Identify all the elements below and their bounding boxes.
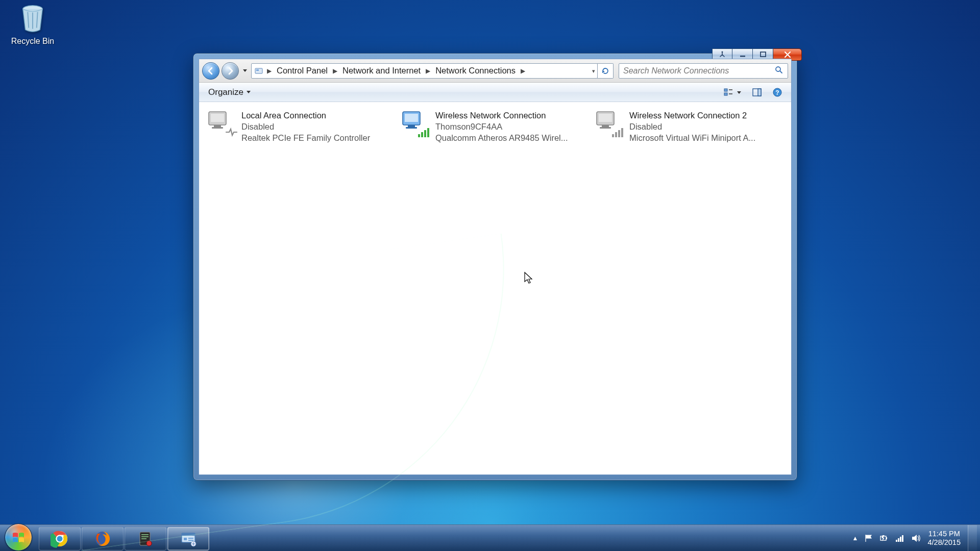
connection-name: Local Area Connection — [241, 110, 370, 121]
svg-rect-8 — [724, 89, 727, 91]
svg-rect-27 — [427, 128, 429, 137]
close-icon — [783, 51, 792, 59]
view-dropdown[interactable] — [737, 89, 745, 95]
help-icon: ? — [772, 87, 782, 97]
svg-rect-29 — [599, 114, 612, 122]
network-adapter-icon — [401, 110, 431, 139]
svg-point-1 — [722, 52, 723, 53]
preview-pane-button[interactable] — [748, 85, 766, 99]
start-button[interactable] — [0, 525, 37, 551]
taskbar-chrome[interactable] — [39, 527, 81, 550]
svg-rect-52 — [886, 537, 887, 539]
connection-adapter: Qualcomm Atheros AR9485 Wirel... — [435, 132, 568, 143]
breadcrumb-separator[interactable]: ▶ — [519, 67, 527, 74]
taskbar-items — [37, 525, 209, 551]
svg-point-38 — [57, 536, 63, 542]
network-adapter-icon — [595, 110, 625, 139]
connection-status: Disabled — [629, 121, 755, 132]
connection-text: Wireless Network Connection Thomson9CF4A… — [435, 110, 568, 143]
toolbar: Organize — [199, 83, 791, 102]
breadcrumb-separator[interactable]: ▶ — [265, 67, 274, 74]
connection-item[interactable]: Wireless Network Connection 2 Disabled M… — [591, 107, 784, 146]
svg-rect-22 — [408, 125, 415, 127]
power-tray-icon[interactable] — [879, 534, 889, 543]
explorer-window: ▶ Control Panel ▶ Network and Internet ▶… — [193, 53, 797, 481]
refresh-button[interactable] — [597, 63, 614, 79]
chrome-icon — [51, 530, 69, 548]
svg-rect-41 — [141, 534, 149, 535]
svg-rect-56 — [902, 535, 903, 542]
svg-rect-47 — [184, 538, 187, 540]
show-desktop-button[interactable] — [968, 525, 977, 552]
connection-text: Wireless Network Connection 2 Disabled M… — [629, 110, 755, 143]
help-button[interactable]: ? — [769, 85, 786, 99]
breadcrumb-network-connections[interactable]: Network Connections — [432, 66, 519, 76]
tray-time-text: 11:45 PM — [927, 530, 961, 538]
svg-rect-9 — [724, 93, 727, 95]
recycle-bin[interactable]: Recycle Bin — [7, 3, 58, 46]
tray-clock[interactable]: 11:45 PM 4/28/2015 — [927, 530, 962, 547]
svg-rect-34 — [618, 130, 620, 137]
svg-rect-32 — [612, 134, 614, 137]
desktop[interactable]: Recycle Bin — [0, 0, 980, 551]
tray-date-text: 4/28/2015 — [927, 538, 961, 547]
arrow-left-icon — [206, 66, 215, 76]
svg-rect-18 — [214, 125, 221, 127]
breadcrumb-separator[interactable]: ▶ — [331, 67, 339, 74]
svg-rect-53 — [896, 540, 897, 542]
connection-item[interactable]: Local Area Connection Disabled Realtek P… — [203, 107, 396, 146]
flag-tray-icon[interactable] — [864, 534, 873, 543]
search-input[interactable] — [623, 66, 774, 76]
svg-rect-31 — [600, 127, 611, 129]
svg-rect-23 — [406, 127, 417, 129]
search-icon[interactable] — [774, 65, 783, 77]
windows-flag-icon — [12, 531, 25, 544]
breadcrumb-network-internet[interactable]: Network and Internet — [339, 66, 424, 76]
maximize-icon — [760, 51, 767, 58]
breadcrumb-separator[interactable]: ▶ — [424, 67, 432, 74]
svg-rect-13 — [758, 89, 761, 96]
svg-text:?: ? — [775, 89, 779, 96]
breadcrumb-control-panel[interactable]: Control Panel — [274, 66, 331, 76]
taskbar-app[interactable] — [125, 527, 166, 550]
wifi-tray-icon[interactable] — [895, 534, 905, 543]
taskbar-firefox[interactable] — [82, 527, 124, 550]
svg-rect-49 — [188, 540, 193, 541]
arrow-right-icon — [226, 66, 235, 76]
organize-label: Organize — [208, 87, 243, 97]
view-mode-button[interactable] — [720, 85, 745, 99]
address-bar[interactable]: ▶ Control Panel ▶ Network and Internet ▶… — [251, 63, 598, 79]
connection-status: Disabled — [241, 121, 370, 132]
svg-rect-21 — [405, 114, 418, 122]
connection-adapter: Microsoft Virtual WiFi Miniport A... — [629, 132, 755, 143]
organize-button[interactable]: Organize — [204, 85, 255, 99]
svg-rect-46 — [182, 533, 195, 536]
connection-adapter: Realtek PCIe FE Family Controller — [241, 132, 370, 143]
connection-text: Local Area Connection Disabled Realtek P… — [241, 110, 370, 143]
system-tray: ▲ 11:45 PM 4/28/2015 — [845, 525, 980, 551]
recycle-bin-label: Recycle Bin — [7, 37, 58, 46]
nav-back-button[interactable] — [202, 62, 219, 80]
refresh-icon — [601, 66, 610, 76]
chevron-down-icon — [247, 91, 251, 93]
nav-recent-dropdown[interactable] — [241, 62, 249, 80]
mouse-cursor-icon — [524, 271, 534, 285]
search-box[interactable] — [619, 63, 788, 79]
content-area[interactable]: Local Area Connection Disabled Realtek P… — [199, 102, 791, 474]
svg-rect-17 — [211, 114, 224, 122]
taskbar-control-panel[interactable] — [167, 527, 209, 550]
svg-rect-54 — [898, 538, 899, 542]
network-adapter-icon — [207, 110, 237, 139]
connection-name: Wireless Network Connection — [435, 110, 568, 121]
view-icon — [723, 87, 733, 97]
svg-rect-19 — [212, 127, 223, 129]
minimize-icon — [739, 51, 746, 58]
notepad-app-icon — [137, 530, 154, 547]
svg-rect-42 — [141, 536, 149, 537]
nav-forward-button[interactable] — [222, 62, 239, 80]
connection-item[interactable]: Wireless Network Connection Thomson9CF4A… — [397, 107, 590, 146]
svg-rect-30 — [602, 125, 609, 127]
volume-tray-icon[interactable] — [911, 534, 921, 543]
address-dropdown[interactable]: ▾ — [592, 67, 595, 74]
tray-show-hidden[interactable]: ▲ — [852, 535, 859, 542]
